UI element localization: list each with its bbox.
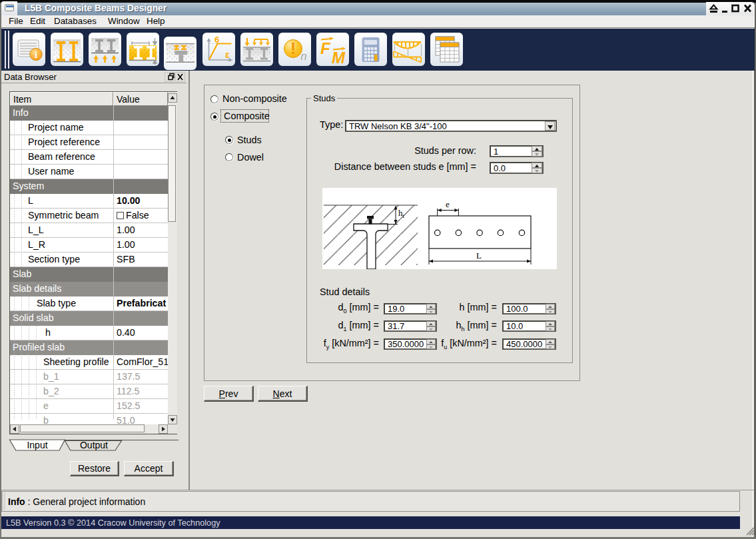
svg-text:Output: Output (80, 440, 108, 450)
svg-text:!: ! (290, 39, 296, 57)
svg-text:6: 6 (214, 35, 219, 45)
svg-text:e: e (446, 199, 450, 209)
svg-text:F: F (320, 39, 331, 57)
svg-text:M: M (332, 49, 346, 66)
svg-text:i: i (35, 50, 37, 60)
svg-text:n: n (300, 50, 306, 63)
svg-text:Input: Input (27, 440, 47, 450)
svg-text:ε: ε (225, 49, 230, 60)
svg-text:L: L (476, 251, 482, 261)
